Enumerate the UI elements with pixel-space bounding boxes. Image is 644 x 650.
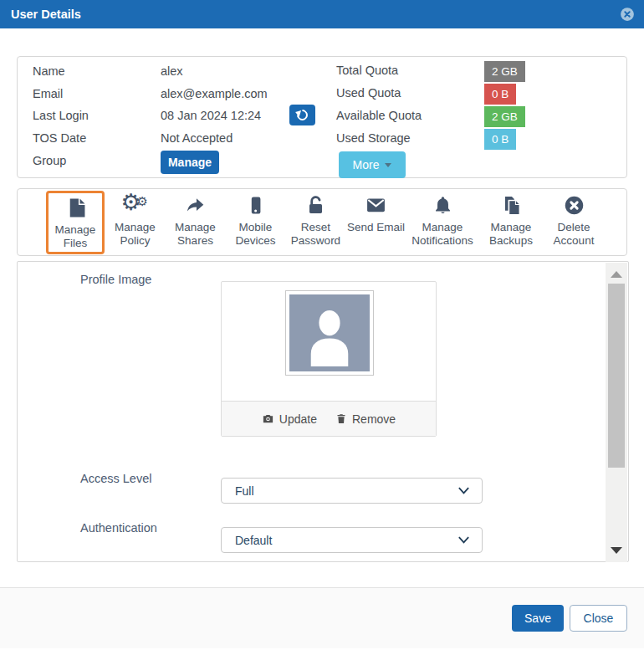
user-actions-toolbar: Manage Files ⚙⚙ Manage Policy Manage Sha…: [17, 188, 627, 256]
toolbar-item-label: Manage Files: [49, 223, 102, 252]
close-button[interactable]: Close: [570, 605, 627, 632]
person-icon: [294, 301, 365, 371]
gears-icon: ⚙⚙: [121, 193, 150, 218]
trash-icon: [335, 412, 347, 425]
total-quota-row: Total Quota 2 GB: [336, 61, 525, 82]
vertical-scrollbar[interactable]: [606, 263, 627, 562]
toolbar-item-label: Mobile Devices: [226, 221, 285, 249]
toolbar-item-label: Manage Shares: [166, 221, 225, 249]
available-quota-row: Available Quota 2 GB: [336, 106, 525, 127]
toolbar-item-label: Manage Backups: [479, 221, 543, 249]
toolbar-item-manage-shares[interactable]: Manage Shares: [166, 193, 225, 252]
toolbar-item-label: Send Email: [347, 221, 405, 235]
available-quota-label: Available Quota: [336, 106, 484, 122]
email-value: alex@example.com: [161, 87, 268, 100]
access-level-value: Full: [235, 484, 254, 498]
scrollbar-thumb[interactable]: [608, 284, 625, 468]
toolbar-item-manage-notifications[interactable]: Manage Notifications: [406, 193, 478, 252]
profile-image-card: Update Remove: [221, 281, 437, 437]
user-info-panel: Name alex Email alex@example.com Last Lo…: [17, 56, 627, 178]
name-value: alex: [161, 64, 183, 78]
toolbar-item-manage-files[interactable]: Manage Files: [46, 191, 105, 254]
total-quota-label: Total Quota: [336, 61, 484, 77]
name-label: Name: [33, 64, 65, 78]
remove-image-button[interactable]: Remove: [335, 412, 396, 426]
more-button[interactable]: More: [339, 151, 406, 178]
avatar-placeholder: [289, 294, 370, 371]
modal-title: User Details: [11, 8, 81, 21]
available-quota-badge: 2 GB: [484, 106, 525, 127]
access-level-select[interactable]: Full: [221, 478, 483, 504]
last-login-label: Last Login: [33, 109, 89, 122]
group-label: Group: [33, 154, 66, 167]
used-storage-row: Used Storage 0 B: [336, 129, 516, 150]
last-login-value: 08 Jan 2024 12:24: [161, 109, 261, 122]
toolbar-item-label: Reset Password: [286, 221, 345, 249]
toolbar-item-mobile-devices[interactable]: Mobile Devices: [226, 193, 285, 252]
file-icon: [65, 196, 86, 221]
circle-x-icon: [564, 193, 585, 218]
used-storage-badge: 0 B: [484, 129, 516, 150]
copy-icon: [501, 193, 522, 218]
share-arrow-icon: [184, 193, 207, 218]
profile-image-actions: Update Remove: [222, 401, 436, 436]
tos-date-label: TOS Date: [33, 131, 86, 145]
more-button-label: More: [353, 158, 380, 171]
update-image-button[interactable]: Update: [262, 412, 317, 426]
chevron-down-icon: [457, 533, 471, 547]
mobile-icon: [246, 193, 266, 218]
toolbar-item-label: Delete Account: [544, 221, 604, 249]
authentication-select[interactable]: Default: [221, 527, 483, 553]
user-settings-form-panel: Profile Image Update: [17, 261, 629, 562]
used-quota-label: Used Quota: [336, 84, 484, 100]
close-circle-icon[interactable]: [620, 7, 635, 22]
scroll-down-icon[interactable]: [611, 547, 622, 554]
used-quota-badge: 0 B: [484, 84, 516, 105]
authentication-label: Authentication: [80, 521, 157, 535]
used-storage-label: Used Storage: [336, 129, 484, 145]
caret-down-icon: [385, 163, 391, 167]
toolbar-item-label: Manage Notifications: [406, 221, 478, 249]
email-label: Email: [33, 87, 63, 100]
scroll-up-icon[interactable]: [611, 271, 622, 278]
update-image-label: Update: [279, 412, 317, 426]
refresh-icon: [296, 109, 309, 121]
toolbar-item-reset-password[interactable]: Reset Password: [286, 193, 345, 252]
modal-footer: Save Close: [0, 587, 644, 648]
toolbar-item-send-email[interactable]: Send Email: [346, 193, 406, 252]
used-quota-row: Used Quota 0 B: [336, 84, 516, 105]
bell-icon: [432, 193, 453, 218]
user-details-modal: User Details Name alex Email alex@exampl…: [0, 0, 644, 650]
toolbar-item-manage-policy[interactable]: ⚙⚙ Manage Policy: [105, 193, 165, 252]
total-quota-badge: 2 GB: [484, 61, 525, 82]
authentication-value: Default: [235, 534, 272, 547]
modal-titlebar: User Details: [0, 0, 644, 28]
chevron-down-icon: [457, 484, 471, 498]
refresh-login-button[interactable]: [289, 105, 315, 125]
camera-icon: [262, 412, 274, 425]
toolbar-item-label: Manage Policy: [105, 221, 165, 249]
manage-group-button[interactable]: Manage: [161, 151, 219, 174]
toolbar-item-manage-backups[interactable]: Manage Backups: [479, 193, 543, 252]
access-level-label: Access Level: [80, 472, 151, 485]
profile-image-frame: [285, 290, 374, 376]
unlock-icon: [305, 193, 326, 218]
toolbar-item-delete-account[interactable]: Delete Account: [544, 193, 604, 252]
tos-date-value: Not Accepted: [161, 131, 233, 145]
envelope-icon: [365, 193, 387, 218]
save-button[interactable]: Save: [512, 605, 564, 632]
remove-image-label: Remove: [352, 412, 396, 426]
profile-image-label: Profile Image: [80, 273, 151, 286]
